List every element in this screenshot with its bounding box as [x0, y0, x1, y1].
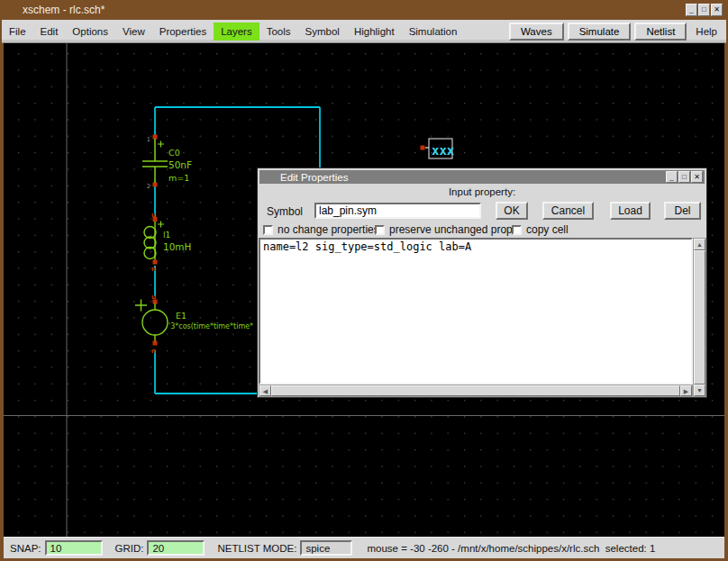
- menu-file[interactable]: File: [2, 23, 33, 41]
- ok-button[interactable]: OK: [496, 202, 528, 220]
- menu-symbol[interactable]: Symbol: [298, 23, 347, 41]
- pin-number: 1: [147, 136, 150, 143]
- copy-cell-checkbox[interactable]: copy cell: [512, 223, 569, 236]
- vertical-scrollbar-thumb[interactable]: [694, 250, 705, 385]
- mouse-status-text: mouse = -30 -260 - /mnt/x/home/schippes/…: [367, 543, 655, 554]
- close-icon: ✕: [694, 174, 700, 181]
- checkbox-icon[interactable]: [375, 225, 385, 235]
- maximize-button[interactable]: □: [698, 4, 710, 16]
- maximize-icon: □: [682, 174, 687, 181]
- pin-name: u: [151, 211, 156, 219]
- dialog-minimize-button[interactable]: _: [666, 171, 678, 183]
- statusbar: SNAP: 10 GRID: 20 NETLIST MODE: spice mo…: [4, 537, 724, 558]
- menu-view[interactable]: View: [115, 23, 152, 41]
- menu-layers[interactable]: Layers: [214, 23, 259, 41]
- component-name: C0: [168, 148, 180, 158]
- menu-edit[interactable]: Edit: [33, 23, 66, 41]
- del-button[interactable]: Del: [664, 202, 701, 220]
- pin-square: [153, 135, 158, 140]
- netlist-mode-label: NETLIST MODE:: [217, 543, 296, 554]
- scroll-up-button[interactable]: ▲: [694, 239, 705, 250]
- checkbox-label: copy cell: [526, 223, 569, 236]
- net-label-text: xxx: [432, 143, 455, 158]
- component-mult: m=1: [168, 173, 189, 183]
- checkbox-icon[interactable]: [263, 225, 273, 235]
- scroll-left-button[interactable]: ◀: [259, 385, 271, 396]
- snap-field[interactable]: 10: [45, 540, 103, 556]
- load-button[interactable]: Load: [610, 202, 651, 220]
- close-icon: ✕: [714, 6, 720, 14]
- dialog-close-button[interactable]: ✕: [691, 171, 703, 183]
- horizontal-scrollbar[interactable]: ◀ ▶: [259, 385, 693, 397]
- preserve-unchanged-props-checkbox[interactable]: preserve unchanged props: [375, 223, 518, 236]
- minimize-icon: _: [669, 174, 673, 181]
- checkbox-icon[interactable]: [512, 225, 522, 235]
- arrow-down-icon: ▼: [696, 387, 703, 394]
- symbol-input[interactable]: [314, 203, 481, 219]
- checkbox-label: no change properties: [278, 223, 379, 236]
- pin-square: [153, 341, 158, 346]
- waves-button[interactable]: Waves: [509, 23, 564, 41]
- component-name: E1: [176, 311, 187, 321]
- xschem-window: xschem - rlc.sch* _ □ ✕ File Edit Option…: [0, 0, 728, 561]
- cancel-button[interactable]: Cancel: [542, 202, 594, 220]
- window-title: xschem - rlc.sch*: [23, 4, 105, 16]
- component-value: 10mH: [163, 241, 192, 252]
- component-name: l1: [163, 231, 170, 240]
- pin-square: [421, 146, 425, 150]
- menu-tools[interactable]: Tools: [259, 23, 298, 41]
- dialog-titlebar[interactable]: Edit Properties _ □ ✕: [259, 170, 705, 184]
- netlist-mode-field[interactable]: spice: [300, 540, 352, 556]
- pin-number: 2: [147, 183, 150, 190]
- edit-properties-dialog: Edit Properties _ □ ✕ Input property: Sy…: [257, 167, 707, 398]
- dialog-controls: _ □ ✕: [666, 171, 703, 183]
- simulate-button[interactable]: Simulate: [568, 23, 632, 41]
- grid-field[interactable]: 20: [147, 540, 205, 556]
- vertical-scrollbar[interactable]: ▲ ▼: [693, 238, 706, 397]
- pin-name: n: [151, 265, 156, 273]
- component-value: '3*cos(time*time*time*: [168, 322, 253, 330]
- scroll-right-button[interactable]: ▶: [680, 385, 692, 396]
- symbol-label: Symbol: [267, 205, 303, 218]
- dialog-maximize-button[interactable]: □: [678, 171, 690, 183]
- arrow-right-icon: ▶: [684, 388, 688, 394]
- no-change-properties-checkbox[interactable]: no change properties: [263, 223, 379, 236]
- close-button[interactable]: ✕: [711, 4, 723, 16]
- property-textarea[interactable]: name=l2 sig_type=std_logic lab=A: [259, 238, 693, 385]
- component-value: 50nF: [168, 159, 192, 170]
- menu-highlight[interactable]: Highlight: [347, 23, 402, 41]
- scroll-down-button[interactable]: ▼: [694, 385, 705, 396]
- arrow-up-icon: ▲: [696, 241, 703, 248]
- input-property-label: Input property:: [258, 186, 706, 197]
- horizontal-scrollbar-thumb[interactable]: [271, 385, 680, 396]
- menu-simulation[interactable]: Simulation: [402, 23, 465, 41]
- dialog-title: Edit Properties: [280, 172, 348, 183]
- arrow-left-icon: ◀: [263, 388, 268, 394]
- menu-properties[interactable]: Properties: [152, 23, 214, 41]
- menu-options[interactable]: Options: [65, 23, 115, 41]
- checkbox-label: preserve unchanged props: [389, 223, 518, 236]
- window-controls: _ □ ✕: [686, 4, 723, 16]
- menubar: File Edit Options View Properties Layers…: [2, 20, 726, 43]
- pin-name: n: [151, 347, 156, 355]
- maximize-icon: □: [702, 6, 706, 14]
- minimize-button[interactable]: _: [686, 4, 697, 16]
- pin-square: [153, 260, 158, 265]
- pin-name: u: [151, 293, 156, 301]
- grid-label: GRID:: [115, 543, 144, 554]
- pin-square: [153, 183, 158, 187]
- netlist-button[interactable]: Netlist: [634, 23, 687, 41]
- window-titlebar[interactable]: xschem - rlc.sch* _ □ ✕: [0, 0, 728, 20]
- minimize-icon: _: [689, 6, 693, 14]
- menu-help[interactable]: Help: [688, 23, 726, 41]
- snap-label: SNAP:: [10, 543, 41, 554]
